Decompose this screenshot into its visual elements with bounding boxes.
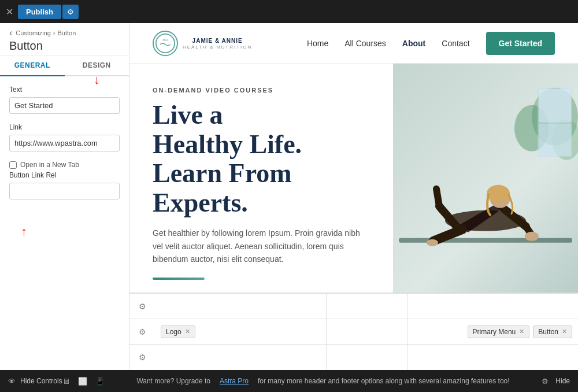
- svg-rect-7: [539, 124, 571, 156]
- bottom-center: Want more? Upgrade to Astra Pro for many…: [105, 377, 542, 385]
- eye-icon: 👁: [8, 377, 16, 386]
- new-tab-checkbox[interactable]: [9, 161, 17, 169]
- hero-cta-bar: [153, 278, 205, 280]
- text-field-group: Text: [9, 86, 120, 114]
- text-input[interactable]: [9, 97, 120, 114]
- astra-pro-link[interactable]: Astra Pro: [220, 377, 249, 385]
- sidebar: ↓ ↑ ‹ Customizing › Button Button GENERA…: [0, 23, 129, 370]
- device-mobile-icon[interactable]: 📱: [95, 377, 105, 386]
- row-mid-1: [327, 294, 407, 319]
- button-tag-label: Button: [538, 328, 558, 336]
- publish-button[interactable]: Publish: [18, 5, 61, 19]
- row-handle-3[interactable]: ⚙: [129, 353, 155, 362]
- row-right-2: Primary Menu ✕ Button ✕: [407, 319, 579, 344]
- logo-tag-label: Logo: [166, 328, 181, 336]
- hide-panel-button[interactable]: Hide: [555, 377, 570, 385]
- svg-rect-8: [399, 238, 572, 243]
- content-area: J&A JAMIE & ANNIE HEALTH & NUTRITION Hom…: [129, 23, 578, 370]
- svg-point-0: [156, 34, 175, 52]
- button-link-rel-label: Button Link Rel: [9, 171, 120, 179]
- builder-row-3: ⚙: [129, 345, 578, 370]
- row-mid-2: [327, 319, 407, 344]
- site-nav: J&A JAMIE & ANNIE HEALTH & NUTRITION Hom…: [129, 23, 578, 64]
- row-section-1: [155, 294, 327, 319]
- publish-gear-button[interactable]: ⚙: [62, 5, 79, 19]
- button-link-rel-group: Button Link Rel: [9, 171, 120, 199]
- button-link-rel-input[interactable]: [9, 183, 120, 199]
- nav-contact[interactable]: Contact: [442, 39, 469, 48]
- hide-controls-button[interactable]: Hide Controls: [20, 377, 62, 385]
- link-input[interactable]: [9, 135, 120, 151]
- link-label: Link: [9, 123, 120, 131]
- nav-home[interactable]: Home: [307, 39, 328, 48]
- nav-all-courses[interactable]: All Courses: [344, 39, 386, 48]
- website-preview: J&A JAMIE & ANNIE HEALTH & NUTRITION Hom…: [129, 23, 578, 293]
- svg-rect-6: [539, 89, 571, 123]
- primary-menu-label: Primary Menu: [473, 328, 516, 336]
- red-arrow-left: ↑: [21, 224, 27, 239]
- bottom-gear-icon[interactable]: ⚙: [542, 377, 549, 386]
- logo-tag-remove[interactable]: ✕: [185, 328, 190, 335]
- tab-general[interactable]: GENERAL: [0, 56, 65, 76]
- new-tab-label: Open in a New Tab: [20, 161, 79, 169]
- logo-name: JAMIE & ANNIE: [183, 37, 252, 45]
- sidebar-content: Text Link Open in a New Tab Button Link …: [0, 76, 129, 370]
- row-right-1: [407, 294, 579, 319]
- red-arrow-down: ↓: [94, 72, 100, 87]
- svg-text:J&A: J&A: [162, 38, 168, 42]
- primary-menu-remove[interactable]: ✕: [519, 328, 524, 335]
- primary-menu-tag: Primary Menu ✕: [468, 326, 530, 338]
- row-section-logo: Logo ✕: [155, 319, 327, 344]
- svg-point-18: [427, 239, 438, 246]
- close-icon[interactable]: ✕: [6, 6, 13, 17]
- main-layout: ↓ ↑ ‹ Customizing › Button Button GENERA…: [0, 23, 578, 370]
- sidebar-title: Button: [9, 39, 120, 53]
- hero-desc: Get healthier by following lorem Ipsum. …: [153, 227, 370, 265]
- text-label: Text: [9, 86, 120, 94]
- row-right-3: [407, 345, 579, 370]
- svg-point-17: [525, 232, 539, 241]
- row-handle-2[interactable]: ⚙: [129, 327, 155, 336]
- breadcrumb: Customizing › Button: [16, 29, 76, 36]
- site-nav-links: Home All Courses About Contact Get Start…: [307, 32, 555, 55]
- hero-headline: Live a Healthy Life. Learn From Experts.: [153, 101, 370, 217]
- upgrade-suffix: for many more header and footer options …: [258, 377, 510, 385]
- device-desktop-icon[interactable]: 🖥: [62, 377, 70, 386]
- new-tab-row: Open in a New Tab: [9, 161, 120, 169]
- hero-text: ON-DEMAND VIDEO COURSES Live a Healthy L…: [129, 64, 393, 293]
- site-logo: J&A JAMIE & ANNIE HEALTH & NUTRITION: [153, 31, 252, 56]
- builder-rows: ⚙ ⚙ Logo ✕ Primary Menu ✕: [129, 293, 578, 370]
- sidebar-header: ‹ Customizing › Button Button: [0, 23, 129, 56]
- device-tablet-icon[interactable]: ⬜: [78, 377, 87, 386]
- link-field-group: Link: [9, 123, 120, 151]
- bottom-bar: 👁 Hide Controls 🖥 ⬜ 📱 Want more? Upgrade…: [0, 370, 578, 392]
- logo-sub: HEALTH & NUTRITION: [183, 45, 252, 50]
- svg-point-16: [487, 185, 510, 202]
- upgrade-text: Want more? Upgrade to: [136, 377, 210, 385]
- row-mid-3: [327, 345, 407, 370]
- sidebar-back: ‹ Customizing › Button: [9, 28, 120, 38]
- hero-tag: ON-DEMAND VIDEO COURSES: [153, 87, 370, 94]
- logo-tag: Logo ✕: [161, 326, 195, 338]
- hero-section: ON-DEMAND VIDEO COURSES Live a Healthy L…: [129, 64, 578, 293]
- logo-circle: J&A: [153, 31, 178, 56]
- hero-image: [393, 64, 578, 293]
- button-tag: Button ✕: [533, 326, 572, 338]
- row-section-3: [155, 345, 327, 370]
- sidebar-tabs: GENERAL DESIGN: [0, 56, 129, 76]
- back-arrow-icon[interactable]: ‹: [9, 28, 12, 38]
- get-started-button[interactable]: Get Started: [486, 32, 555, 55]
- device-icons: 🖥 ⬜ 📱: [62, 377, 105, 386]
- bottom-right: ⚙ Hide: [542, 377, 570, 386]
- builder-row-2: ⚙ Logo ✕ Primary Menu ✕ Button ✕: [129, 319, 578, 345]
- button-tag-remove[interactable]: ✕: [562, 328, 567, 335]
- top-bar: ✕ Publish ⚙: [0, 0, 578, 23]
- svg-line-14: [436, 189, 439, 206]
- builder-row-1: ⚙: [129, 294, 578, 319]
- bottom-left: 👁 Hide Controls: [8, 377, 62, 386]
- row-handle-1[interactable]: ⚙: [129, 302, 155, 311]
- nav-about[interactable]: About: [402, 39, 425, 48]
